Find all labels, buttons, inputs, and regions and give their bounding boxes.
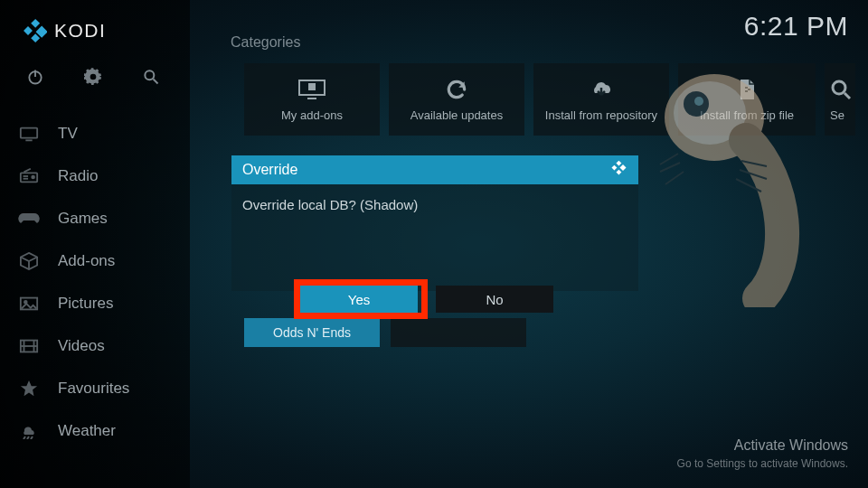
- sidebar-item-label: Weather: [58, 422, 116, 440]
- cloud-download-icon: [588, 76, 615, 103]
- tv-icon: [18, 126, 40, 142]
- kodi-logo-icon: [22, 18, 47, 43]
- categories-row: My add-ons Available updates Install fro…: [244, 63, 855, 136]
- watermark-title: Activate Windows: [734, 437, 848, 454]
- category-install-from-zip[interactable]: Install from zip file: [678, 63, 816, 136]
- svg-rect-8: [21, 127, 37, 137]
- box-icon: [18, 252, 40, 270]
- category-my-addons[interactable]: My add-ons: [244, 63, 380, 136]
- svg-rect-27: [745, 87, 748, 89]
- svg-rect-1: [24, 26, 33, 35]
- sidebar-item-label: Add-ons: [58, 252, 115, 270]
- category-label: Available updates: [410, 108, 503, 123]
- dialog-title: Override: [242, 162, 297, 178]
- no-button[interactable]: No: [436, 286, 553, 313]
- svg-rect-37: [611, 165, 617, 171]
- star-icon: [18, 380, 40, 398]
- category-label: Se: [830, 108, 844, 123]
- toolbar: [0, 60, 190, 107]
- svg-line-23: [31, 436, 33, 439]
- sidebar-item-radio[interactable]: Radio: [0, 155, 190, 197]
- category-label: Install from zip file: [700, 108, 794, 123]
- svg-line-7: [154, 80, 158, 84]
- svg-line-21: [24, 436, 25, 439]
- sidebar: KODI TV Radio Games Add-ons: [0, 0, 190, 488]
- picture-icon: [18, 296, 40, 312]
- svg-point-6: [145, 70, 154, 80]
- svg-point-11: [31, 174, 35, 179]
- watermark-subtitle: Go to Settings to activate Windows.: [677, 457, 848, 470]
- category-available-updates[interactable]: Available updates: [389, 63, 524, 136]
- weather-icon: [18, 423, 40, 439]
- svg-line-31: [844, 93, 850, 99]
- brand-name: KODI: [54, 20, 106, 42]
- svg-line-22: [27, 436, 29, 439]
- odds-n-ends-button[interactable]: Odds N' Ends: [244, 318, 380, 347]
- svg-rect-0: [31, 19, 40, 28]
- clock: 6:21 PM: [744, 11, 848, 42]
- override-dialog: Override Override local DB? (Shadow): [231, 155, 638, 291]
- sidebar-item-label: Videos: [58, 337, 105, 355]
- radio-icon: [18, 168, 40, 184]
- tutorial-highlight: [294, 279, 428, 319]
- dialog-body: Override local DB? (Shadow): [231, 184, 638, 291]
- kodi-logo-small-icon: [609, 159, 627, 181]
- sidebar-item-videos[interactable]: Videos: [0, 324, 190, 367]
- category-label: My add-ons: [281, 108, 343, 123]
- svg-point-30: [833, 81, 845, 94]
- svg-rect-28: [748, 89, 750, 90]
- svg-rect-36: [616, 161, 621, 166]
- categories-heading: Categories: [231, 34, 300, 51]
- sidebar-item-label: Games: [58, 210, 108, 228]
- search-icon: [830, 76, 852, 103]
- dialog-header: Override: [231, 155, 638, 184]
- gear-icon[interactable]: [83, 67, 103, 87]
- gamepad-icon: [18, 211, 40, 226]
- svg-rect-38: [616, 170, 621, 175]
- category-label: Install from repository: [545, 108, 657, 123]
- dialog-message: Override local DB? (Shadow): [242, 197, 418, 212]
- nav: TV Radio Games Add-ons Pictures Videos: [0, 107, 190, 452]
- brand: KODI: [0, 0, 190, 60]
- search-icon[interactable]: [141, 67, 161, 87]
- refresh-icon: [445, 76, 468, 103]
- sidebar-item-pictures[interactable]: Pictures: [0, 282, 190, 324]
- sidebar-item-addons[interactable]: Add-ons: [0, 239, 190, 282]
- zip-file-icon: [736, 76, 758, 103]
- sidebar-item-games[interactable]: Games: [0, 197, 190, 239]
- svg-rect-39: [619, 164, 626, 171]
- svg-rect-26: [309, 84, 315, 89]
- svg-rect-2: [31, 33, 40, 42]
- sidebar-item-label: Radio: [58, 167, 98, 185]
- monitor-box-icon: [297, 76, 327, 103]
- sidebar-item-favourites[interactable]: Favourites: [0, 367, 190, 409]
- film-icon: [18, 338, 40, 354]
- sidebar-item-weather[interactable]: Weather: [0, 409, 190, 452]
- sidebar-item-label: Pictures: [58, 295, 113, 313]
- svg-line-14: [24, 168, 31, 172]
- background-button: [391, 318, 526, 347]
- sidebar-item-label: Favourites: [58, 380, 129, 398]
- power-icon[interactable]: [25, 67, 45, 87]
- sidebar-item-label: TV: [58, 125, 78, 143]
- sidebar-item-tv[interactable]: TV: [0, 112, 190, 155]
- svg-rect-29: [745, 90, 748, 92]
- category-install-from-repository[interactable]: Install from repository: [533, 63, 669, 136]
- app-root: KODI TV Radio Games Add-ons: [0, 0, 868, 488]
- category-search-partial[interactable]: Se: [825, 63, 855, 136]
